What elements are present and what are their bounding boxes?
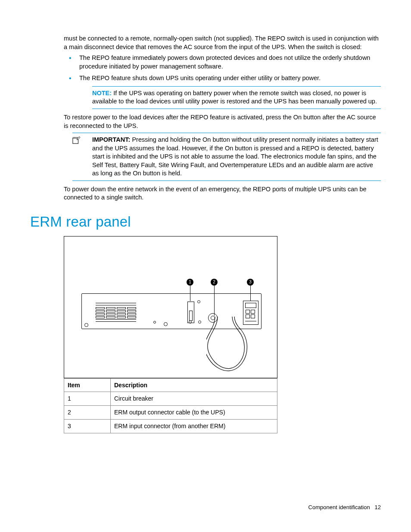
erm-rear-panel-figure: 1 2 3 [64,236,277,378]
important-label: IMPORTANT: [92,136,130,143]
table-cell-desc: ERM input connector (from another ERM) [111,420,277,433]
table-header-item: Item [64,378,111,392]
bullet-item: The REPO feature shuts down UPS units op… [64,74,381,83]
footer-section: Component identification [308,504,370,510]
figure-callout-2: 2 [211,279,218,286]
table-row: 1 Circuit breaker [64,392,277,406]
screw-icon [84,323,88,327]
table-cell-item: 2 [64,406,111,420]
bullet-list: The REPO feature immediately powers down… [64,54,381,83]
vent-grille [96,303,136,321]
figure-callout-1: 1 [187,279,193,286]
cable [206,317,262,373]
table-cell-desc: ERM output connector cable (to the UPS) [111,406,277,420]
important-text: Pressing and holding the On button witho… [92,136,378,177]
table-cell-desc: Circuit breaker [111,392,277,406]
parts-table: Item Description 1 Circuit breaker 2 ERM… [64,378,277,434]
pencil-note-icon [72,136,80,147]
figure-callout-3: 3 [247,279,254,286]
table-cell-item: 3 [64,420,111,433]
important-callout: IMPORTANT: Pressing and holding the On b… [72,133,381,181]
mounting-hole [153,321,156,324]
note-callout: NOTE: If the UPS was operating on batter… [92,86,381,109]
screw-icon [164,322,168,326]
section-heading: ERM rear panel [30,212,381,232]
intro-paragraph: must be connected to a remote, normally-… [64,34,381,51]
page-content: must be connected to a remote, normally-… [64,34,381,433]
bullet-item: The REPO feature immediately powers down… [64,54,381,71]
important-text-block: IMPORTANT: Pressing and holding the On b… [80,136,381,178]
restore-paragraph: To restore power to the load devices aft… [64,113,381,130]
note-text: If the UPS was operating on battery powe… [92,90,377,105]
circuit-breaker [187,302,194,323]
table-cell-item: 1 [64,392,111,406]
table-header-description: Description [111,378,277,392]
screw-icon [198,320,201,324]
note-text-block: NOTE: If the UPS was operating on batter… [92,89,381,106]
page-footer: Component identification 12 [308,504,381,511]
footer-page-number: 12 [375,504,381,510]
powerdown-paragraph: To power down the entire network in the … [64,185,381,202]
note-label: NOTE: [92,90,112,96]
table-row: 2 ERM output connector cable (to the UPS… [64,406,277,420]
screw-icon [197,300,200,303]
table-row: 3 ERM input connector (from another ERM) [64,420,277,433]
